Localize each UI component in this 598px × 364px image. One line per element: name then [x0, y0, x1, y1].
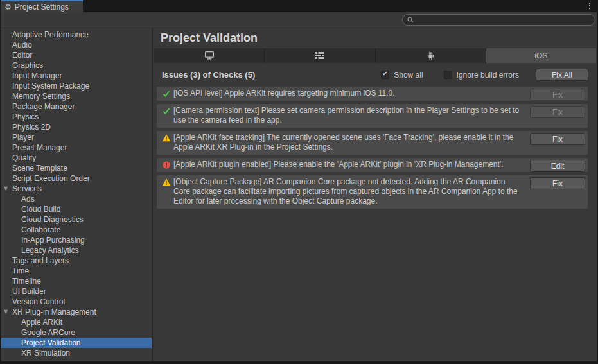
sidebar-item-label: Cloud Diagnostics — [21, 215, 84, 224]
sidebar-item[interactable]: Preset Manager — [1, 143, 152, 153]
sidebar-item[interactable]: Physics — [1, 112, 152, 122]
sidebar-item-label: Player — [12, 133, 34, 142]
sidebar-item-label: UI Builder — [12, 287, 46, 296]
platform-tab-bar: iOS — [154, 48, 596, 63]
sidebar-item[interactable]: XR Plug-in Management — [1, 307, 152, 317]
sidebar-item[interactable]: XR Simulation — [1, 348, 152, 358]
ignore-build-errors-label: Ignore build errors — [457, 71, 519, 80]
sidebar-item[interactable]: Ads — [1, 194, 152, 204]
sidebar-item-label: Apple ARKit — [21, 318, 62, 327]
validation-issue-row: [Object Capture Package] AR Companion Co… — [157, 175, 588, 209]
sidebar-item[interactable]: UI Builder — [1, 286, 152, 297]
project-settings-window: Project Settings Adaptive Performance Au… — [0, 0, 598, 364]
gear-icon — [4, 3, 12, 11]
monitor-icon — [204, 51, 215, 60]
sidebar-item[interactable]: Version Control — [1, 297, 152, 307]
issues-count-title: Issues (3) of Checks (5) — [162, 70, 255, 80]
project-settings-tab[interactable]: Project Settings — [1, 0, 83, 12]
sidebar-item[interactable]: Cloud Diagnostics — [1, 214, 152, 225]
sidebar-item[interactable]: Adaptive Performance — [1, 30, 152, 40]
sidebar-item[interactable]: Graphics — [1, 60, 152, 71]
sidebar-item[interactable]: Cloud Build — [1, 204, 152, 214]
content-area: Adaptive Performance Audio Editor Graphi… — [1, 28, 597, 361]
sidebar-item[interactable]: Physics 2D — [1, 122, 152, 132]
search-icon — [407, 17, 414, 23]
validation-issue-row: [Camera permission text] Please set came… — [157, 104, 588, 128]
tab-standalone[interactable] — [154, 48, 264, 63]
sidebar-item[interactable]: Services — [1, 184, 152, 194]
fix-all-button[interactable]: Fix All — [536, 69, 588, 81]
sidebar-item-label: Audio — [12, 40, 32, 49]
sidebar-item[interactable]: Timeline — [1, 276, 152, 286]
sidebar-item-label: Version Control — [12, 297, 65, 306]
sidebar-item[interactable]: In-App Purchasing — [1, 235, 152, 245]
sidebar-item-label: Project Validation — [21, 338, 81, 347]
window-title: Project Settings — [15, 3, 69, 12]
sidebar-item[interactable]: Memory Settings — [1, 91, 152, 101]
show-all-checkbox[interactable]: Show all — [381, 71, 423, 80]
sidebar-item-label: Time — [12, 266, 29, 275]
sidebar-item-label: Timeline — [12, 277, 41, 286]
show-all-checkbox-box[interactable] — [381, 71, 389, 79]
tab-android[interactable] — [376, 48, 486, 63]
issue-action-button[interactable]: Fix — [530, 177, 585, 189]
android-icon — [426, 51, 435, 60]
project-validation-panel: Project Validation — [153, 28, 597, 361]
validation-issue-row: [Apple ARKit face tracking] The currentl… — [157, 131, 588, 155]
issue-message: [Object Capture Package] AR Companion Co… — [173, 177, 523, 206]
sidebar-item-label: Memory Settings — [12, 92, 70, 101]
ignore-build-errors-checkbox-box[interactable] — [444, 71, 452, 79]
search-input[interactable] — [416, 15, 595, 25]
sidebar-item-label: Input System Package — [12, 82, 89, 91]
sidebar-item[interactable]: Input Manager — [1, 71, 152, 81]
issue-action-button[interactable]: Fix — [530, 106, 585, 118]
validation-issues-list: [iOS API level] Apple ARKit requires tar… — [153, 87, 597, 361]
sidebar-item-label: Tags and Layers — [12, 256, 69, 265]
sidebar-item[interactable]: Collaborate — [1, 225, 152, 235]
foldout-triangle-icon[interactable] — [4, 307, 8, 317]
issue-action-button[interactable]: Fix — [530, 133, 585, 145]
sidebar-item[interactable]: Script Execution Order — [1, 173, 152, 184]
sidebar-item-label: Cloud Build — [21, 205, 60, 214]
issue-action-button[interactable]: Edit — [530, 160, 585, 172]
sidebar-item-label: Package Manager — [12, 102, 75, 111]
sidebar-item-label: Collaborate — [21, 225, 60, 234]
tab-dedicated-server[interactable] — [265, 48, 374, 63]
sidebar-item[interactable]: Apple ARKit — [1, 317, 152, 327]
sidebar-item[interactable]: Google ARCore — [1, 327, 152, 338]
issue-action-button[interactable]: Fix — [530, 89, 585, 101]
sidebar-item-label: Scene Template — [12, 164, 67, 173]
validation-issue-row: [Apple ARKit plugin enabled] Please enab… — [157, 158, 588, 172]
sidebar-item-label: Services — [12, 184, 42, 193]
sidebar-item[interactable]: Audio — [1, 40, 152, 50]
sidebar-item-label: Legacy Analytics — [21, 246, 78, 255]
page-title: Project Validation — [153, 28, 597, 48]
sidebar-item[interactable]: Editor — [1, 50, 152, 60]
issue-message: [Apple ARKit plugin enabled] Please enab… — [173, 160, 523, 169]
sidebar-item[interactable]: Input System Package — [1, 81, 152, 91]
sidebar-item[interactable]: Legacy Analytics — [1, 245, 152, 256]
tab-ios[interactable]: iOS — [486, 48, 596, 63]
ignore-build-errors-checkbox[interactable]: Ignore build errors — [444, 71, 519, 80]
tab-ios-label: iOS — [534, 51, 547, 60]
search-field[interactable] — [402, 14, 595, 26]
sidebar-item-label: In-App Purchasing — [21, 236, 85, 245]
kebab-menu-icon[interactable] — [589, 3, 590, 9]
sidebar-item[interactable]: Project Validation — [1, 338, 152, 348]
sidebar-item[interactable]: Quality — [1, 153, 152, 163]
foldout-triangle-icon[interactable] — [4, 184, 8, 194]
sidebar-item[interactable]: Package Manager — [1, 101, 152, 112]
sidebar-item-label: Google ARCore — [21, 328, 75, 337]
error-circle-icon — [162, 160, 171, 169]
window-titlebar: Project Settings — [1, 0, 597, 12]
sidebar-item[interactable]: Time — [1, 266, 152, 276]
sidebar-item[interactable]: Tags and Layers — [1, 256, 152, 266]
sidebar-item-label: Graphics — [12, 61, 43, 70]
sidebar-item-label: XR Plug-in Management — [12, 308, 96, 316]
sidebar-item[interactable]: Scene Template — [1, 163, 152, 173]
server-icon — [315, 52, 324, 59]
sidebar-item[interactable]: Player — [1, 132, 152, 143]
sidebar-item-label: Quality — [12, 153, 36, 162]
warning-triangle-icon — [162, 178, 171, 187]
validation-issue-row: [iOS API level] Apple ARKit requires tar… — [157, 87, 588, 101]
